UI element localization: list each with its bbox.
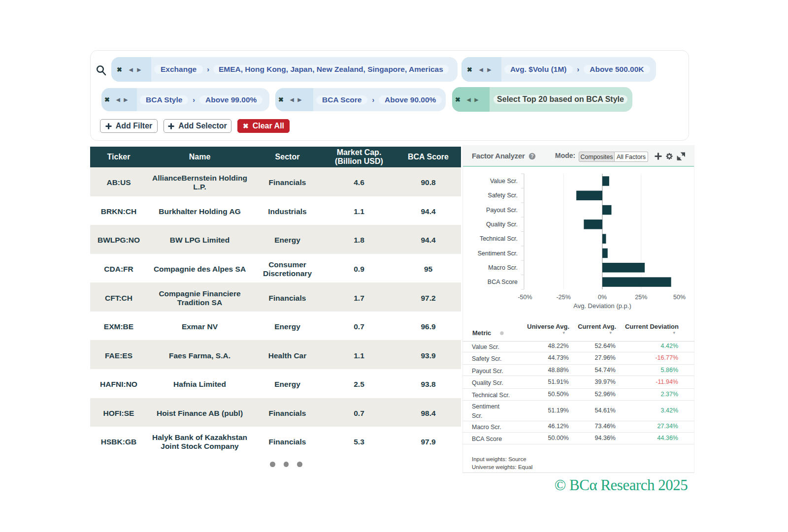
svg-text:0%: 0% (598, 294, 607, 301)
svg-text:Value Scr.: Value Scr. (490, 178, 518, 185)
svg-text:-50%: -50% (518, 294, 532, 301)
svg-text:Safety Scr.: Safety Scr. (488, 192, 518, 199)
svg-text:Macro Scr.: Macro Scr. (488, 264, 518, 271)
svg-text:25%: 25% (635, 294, 647, 301)
svg-text:Quality Scr.: Quality Scr. (486, 221, 518, 228)
svg-text:50%: 50% (673, 294, 686, 301)
svg-text:Avg. Deviation (p.p.): Avg. Deviation (p.p.) (573, 302, 631, 310)
svg-text:BCA Score: BCA Score (488, 279, 518, 285)
svg-text:Technical Scr.: Technical Scr. (480, 235, 518, 242)
svg-text:Payout Scr.: Payout Scr. (486, 207, 518, 214)
svg-text:?: ? (530, 154, 533, 159)
svg-text:-25%: -25% (557, 294, 571, 301)
svg-text:Sentiment Scr.: Sentiment Scr. (478, 250, 518, 257)
